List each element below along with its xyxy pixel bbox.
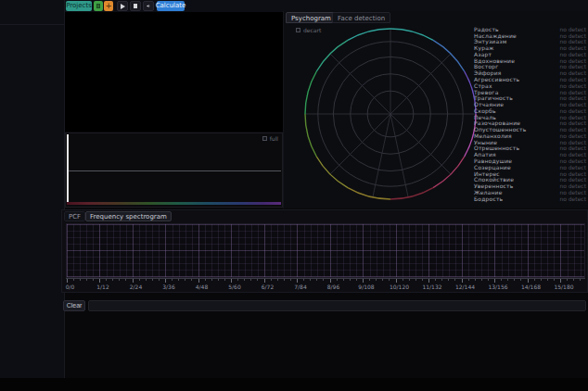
polar-rim-segment xyxy=(348,188,390,199)
spectro-axis: 0/01/122/243/364/485/606/727/848/969/108… xyxy=(66,278,585,292)
major-tick xyxy=(494,279,495,283)
polar-rim-segment xyxy=(390,188,433,199)
major-tick xyxy=(396,279,397,283)
spectrogram-plot[interactable] xyxy=(66,223,585,278)
calculate-button[interactable]: Calculate xyxy=(157,1,185,11)
minor-tick xyxy=(475,279,476,281)
tick-label: 3/36 xyxy=(162,284,174,290)
minor-tick xyxy=(501,279,502,281)
major-tick xyxy=(560,279,561,283)
emotion-label: Бодрость xyxy=(474,196,503,202)
emotion-value: no detect xyxy=(559,196,586,202)
app-window: Projects + Calculate full Psychogram Fac… xyxy=(0,0,588,391)
add-button[interactable]: + xyxy=(104,1,113,11)
minor-tick xyxy=(534,279,535,281)
polar-spoke xyxy=(330,54,390,114)
tick-label: 5/60 xyxy=(228,284,240,290)
tick-label: 11/132 xyxy=(422,284,441,290)
clear-button[interactable]: Clear xyxy=(63,300,85,311)
checkbox-icon[interactable] xyxy=(262,136,267,141)
minor-tick xyxy=(257,279,258,281)
volume-button[interactable] xyxy=(143,1,154,11)
major-tick xyxy=(99,279,100,283)
major-tick xyxy=(133,279,134,283)
spectrogram-panel: PCF Frequency spectrogram 0/01/122/243/3… xyxy=(61,209,588,293)
tick-label: 12/144 xyxy=(455,284,475,290)
major-tick xyxy=(231,279,232,283)
minor-tick xyxy=(547,279,548,281)
tick-label: 10/120 xyxy=(390,284,409,290)
minor-tick xyxy=(389,279,390,281)
minor-tick xyxy=(403,279,403,281)
minor-tick xyxy=(376,279,377,281)
minor-tick xyxy=(277,279,278,281)
waveform-panel[interactable]: full xyxy=(65,132,283,208)
major-tick xyxy=(363,279,364,283)
major-tick xyxy=(462,279,463,283)
minor-tick xyxy=(323,279,324,281)
minor-tick xyxy=(520,279,521,281)
major-tick xyxy=(330,279,331,283)
minor-tick xyxy=(382,279,383,281)
polar-rim-segment xyxy=(305,114,316,157)
minor-tick xyxy=(435,279,436,281)
tab-frequency-spectrogram[interactable]: Frequency spectrogram xyxy=(85,211,172,221)
tick-label: 7/84 xyxy=(294,284,306,290)
sidebar xyxy=(0,0,65,378)
minor-tick xyxy=(454,279,455,281)
minor-tick xyxy=(125,279,126,281)
snapshot-button[interactable] xyxy=(94,1,103,11)
tick-label: 1/12 xyxy=(96,284,109,290)
bottom-strip xyxy=(0,378,588,391)
polar-rim-segment xyxy=(348,29,390,40)
emotion-list: Радостьno detectНаслаждениеno detectЭнту… xyxy=(474,26,586,201)
minor-tick xyxy=(415,279,416,281)
tab-face-detection[interactable]: Face detection xyxy=(332,12,390,23)
minor-tick xyxy=(172,279,173,281)
polar-rim-segment xyxy=(305,71,316,114)
sidebar-divider xyxy=(0,24,64,25)
psychogram-panel: Psychogram Face detection decart Радость… xyxy=(283,11,588,208)
playhead[interactable] xyxy=(67,134,69,202)
major-tick xyxy=(165,279,166,283)
waveform-zero-line xyxy=(69,170,281,171)
minor-tick xyxy=(86,279,87,281)
minor-tick xyxy=(448,279,449,281)
tab-pcf[interactable]: PCF xyxy=(64,211,85,221)
video-preview xyxy=(65,12,283,132)
polar-spoke xyxy=(390,114,451,174)
minor-tick xyxy=(541,279,542,281)
projects-button[interactable]: Projects xyxy=(66,1,92,11)
minor-tick xyxy=(80,279,81,281)
log-panel: Clear xyxy=(61,296,588,315)
minor-tick xyxy=(271,279,272,281)
minor-tick xyxy=(316,279,317,281)
log-row[interactable] xyxy=(88,300,586,311)
major-tick xyxy=(297,279,298,283)
minor-tick xyxy=(507,279,508,281)
minor-tick xyxy=(250,279,251,281)
minor-tick xyxy=(409,279,410,281)
minor-tick xyxy=(514,279,515,281)
minor-tick xyxy=(112,279,113,281)
minor-tick xyxy=(369,279,370,281)
minor-tick xyxy=(468,279,469,281)
polar-rim-segment xyxy=(390,29,433,40)
stop-button[interactable] xyxy=(130,1,141,11)
tick-label: 0/0 xyxy=(66,284,75,290)
checkbox-icon[interactable] xyxy=(296,28,300,32)
polar-spoke xyxy=(390,114,408,197)
emotion-row: Бодростьno detect xyxy=(474,196,586,202)
tick-label: 14/168 xyxy=(521,284,541,290)
play-button[interactable] xyxy=(117,1,128,11)
tab-psychogram[interactable]: Psychogram xyxy=(286,12,337,23)
tick-label: 9/108 xyxy=(358,284,374,290)
volume-icon xyxy=(147,2,150,10)
minor-tick xyxy=(303,279,304,281)
play-icon xyxy=(121,4,125,9)
minor-tick xyxy=(290,279,291,281)
minor-tick xyxy=(350,279,351,281)
minor-tick xyxy=(191,279,192,281)
tick-label: 13/156 xyxy=(488,284,507,290)
full-checkbox[interactable]: full xyxy=(262,135,278,142)
